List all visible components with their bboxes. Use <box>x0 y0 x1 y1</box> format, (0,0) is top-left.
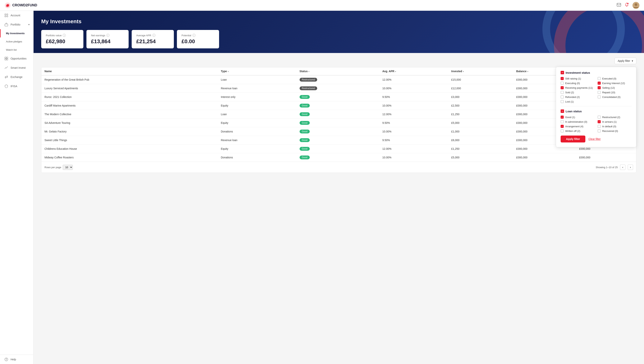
filter-option-written-off[interactable]: Written off (2) <box>560 129 594 132</box>
checkbox-executing[interactable] <box>560 82 564 85</box>
filter-option-executed[interactable]: Executed (0) <box>598 77 632 80</box>
prev-page-button[interactable]: ‹ <box>620 164 626 170</box>
filter-option-good[interactable]: Good (1) <box>560 116 594 119</box>
checkbox-consolidated[interactable] <box>598 95 601 98</box>
table-row[interactable]: Mr. Gelato FactoryDonationsGood10.00%£1,… <box>42 127 636 136</box>
checkbox-good[interactable] <box>560 116 564 119</box>
filter-option-restructured[interactable]: Restructured (2) <box>598 116 632 119</box>
portfolio-value-info-icon[interactable]: i <box>63 34 66 37</box>
sidebar-item-opportunities[interactable]: Opportunities <box>0 54 33 63</box>
checkbox-lost[interactable] <box>560 100 564 103</box>
table-row[interactable]: Cardiff Marine ApartmentsEquityGood10.00… <box>42 101 636 110</box>
apply-filter-button[interactable]: Apply filter ▾ <box>614 58 636 64</box>
checkbox-selling[interactable] <box>598 86 601 89</box>
filter-option-sold[interactable]: Sold (2) <box>560 91 594 94</box>
sidebar-item-smart-invest[interactable]: Smart Invest <box>0 63 33 72</box>
filter-option-still-raising[interactable]: Still raising (1) <box>560 77 594 80</box>
checkbox-repaid[interactable] <box>598 91 601 94</box>
filter-option-in-administration[interactable]: In administration (0) <box>560 120 594 123</box>
checkbox-in-default[interactable] <box>598 125 601 128</box>
stat-card-portfolio-value: Portfolio value i £62,980 <box>41 30 84 48</box>
smart-invest-icon <box>4 66 8 70</box>
checkbox-in-arrears[interactable] <box>598 120 601 123</box>
filter-option-arrangement[interactable]: Arrangement (4) <box>560 125 594 128</box>
filter-divider <box>560 106 632 106</box>
sidebar-item-portfolio[interactable]: Portfolio ▾ <box>0 20 33 29</box>
filter-option-refunded[interactable]: Refunded (2) <box>560 95 594 98</box>
ifisa-icon <box>4 84 8 88</box>
smart-invest-label: Smart Invest <box>10 66 26 69</box>
loan-status-collapse-icon[interactable]: − <box>560 109 564 113</box>
sort-icon-type[interactable]: ▾ <box>228 70 229 73</box>
table-row[interactable]: SA Adventure TouringEquityGood9.50%£5,00… <box>42 119 636 127</box>
col-header-avg-apr[interactable]: Avg. APR▾ <box>379 67 448 75</box>
checkbox-restructured[interactable] <box>598 116 601 119</box>
filter-option-repaid[interactable]: Repaid (10) <box>598 91 632 94</box>
col-header-status[interactable]: Status▾ <box>296 67 379 75</box>
checkbox-sold[interactable] <box>560 91 564 94</box>
opportunities-label: Opportunities <box>10 57 26 60</box>
page-title: My Investments <box>41 19 636 25</box>
sidebar-item-ifisa[interactable]: IFISA <box>0 82 33 91</box>
sidebar-item-my-investments[interactable]: My Investments <box>0 29 33 38</box>
average-apr-info-icon[interactable]: i <box>152 34 156 37</box>
cell-name: Regeneration of the Great British Pub <box>42 75 218 84</box>
label-selling: Selling (12) <box>602 86 615 89</box>
table-row[interactable]: Sweet Little ThingsRevenue loanGood9.50%… <box>42 136 636 144</box>
checkbox-arrangement[interactable] <box>560 125 564 128</box>
col-header-type[interactable]: Type▾ <box>218 67 296 75</box>
next-page-button[interactable]: › <box>628 164 633 170</box>
checkbox-still-raising[interactable] <box>560 77 564 80</box>
checkbox-recovered[interactable] <box>598 129 601 132</box>
cell-type: Revenue loan <box>218 136 296 144</box>
checkbox-refunded[interactable] <box>560 95 564 98</box>
filter-apply-button[interactable]: Apply filter <box>560 135 585 142</box>
filter-clear-button[interactable]: Clear filter <box>588 137 601 140</box>
sidebar-item-account[interactable]: Account <box>0 11 33 20</box>
sort-icon-balance[interactable]: ▾ <box>527 70 528 73</box>
filter-option-executing[interactable]: Executing (0) <box>560 82 594 85</box>
sort-icon-avg-apr[interactable]: ▾ <box>395 70 396 73</box>
table-row[interactable]: Midway Coffee RoastersDonationsGood10.00… <box>42 153 636 162</box>
notification-button[interactable] <box>625 3 629 8</box>
table-row[interactable]: Luxury Serviced ApartmentsRevenue loanRe… <box>42 84 636 93</box>
net-earnings-info-icon[interactable]: i <box>106 34 110 37</box>
investment-status-collapse-icon[interactable]: − <box>560 71 564 74</box>
sort-icon-status[interactable]: ▾ <box>308 70 309 73</box>
rows-per-page-select[interactable]: 10 25 50 <box>63 165 73 170</box>
user-avatar[interactable] <box>632 2 640 9</box>
checkbox-in-administration[interactable] <box>560 120 564 123</box>
sidebar-item-exchange[interactable]: Exchange <box>0 72 33 82</box>
sort-icon-invested[interactable]: ▾ <box>463 70 464 73</box>
main-layout: Account Portfolio ▾ My Investments Activ… <box>0 11 644 364</box>
filter-option-selling[interactable]: Selling (12) <box>598 86 632 89</box>
checkbox-written-off[interactable] <box>560 129 564 132</box>
portfolio-label: Portfolio <box>10 23 20 26</box>
table-row[interactable]: Ruroc: 2021 CollectionInterest onlyGood9… <box>42 93 636 101</box>
sidebar-item-watch-list[interactable]: Watch list <box>0 46 33 54</box>
table-toolbar: Apply filter ▾ − Investment status Still… <box>41 58 636 64</box>
mail-button[interactable] <box>617 3 621 8</box>
checkbox-executed[interactable] <box>598 77 601 80</box>
potential-info-icon[interactable]: i <box>192 34 196 37</box>
cell-invested: £3,000 <box>448 93 513 101</box>
table-row[interactable]: The Modern CollectiveLoanGood12.00%£1,25… <box>42 110 636 119</box>
svg-rect-9 <box>7 16 8 17</box>
checkbox-earning-interest[interactable] <box>598 82 601 85</box>
table-row[interactable]: Regeneration of the Great British PubLoa… <box>42 75 636 84</box>
sidebar-item-active-pledges[interactable]: Active pledges <box>0 38 33 46</box>
sidebar-item-help[interactable]: Help <box>0 355 33 364</box>
filter-option-in-arrears[interactable]: In arrears (1) <box>598 120 632 123</box>
filter-option-consolidated[interactable]: Consolidated (0) <box>598 95 632 98</box>
status-badge: Good <box>300 130 310 133</box>
cell-invested: £5,000 <box>448 119 513 127</box>
filter-option-in-default[interactable]: In default (0) <box>598 125 632 128</box>
filter-option-recovered[interactable]: Recovered (0) <box>598 129 632 132</box>
filter-option-earning-interest[interactable]: Earning Interest (12) <box>598 82 632 85</box>
filter-option-receiving-payments[interactable]: Receiving payments (11) <box>560 86 594 89</box>
checkbox-receiving-payments[interactable] <box>560 86 564 89</box>
col-header-invested[interactable]: Invested▾ <box>448 67 513 75</box>
filter-option-lost[interactable]: Lost (1) <box>560 100 594 103</box>
table-row[interactable]: Childrens Education HouseEquityGood12.00… <box>42 144 636 153</box>
account-icon <box>4 14 8 17</box>
